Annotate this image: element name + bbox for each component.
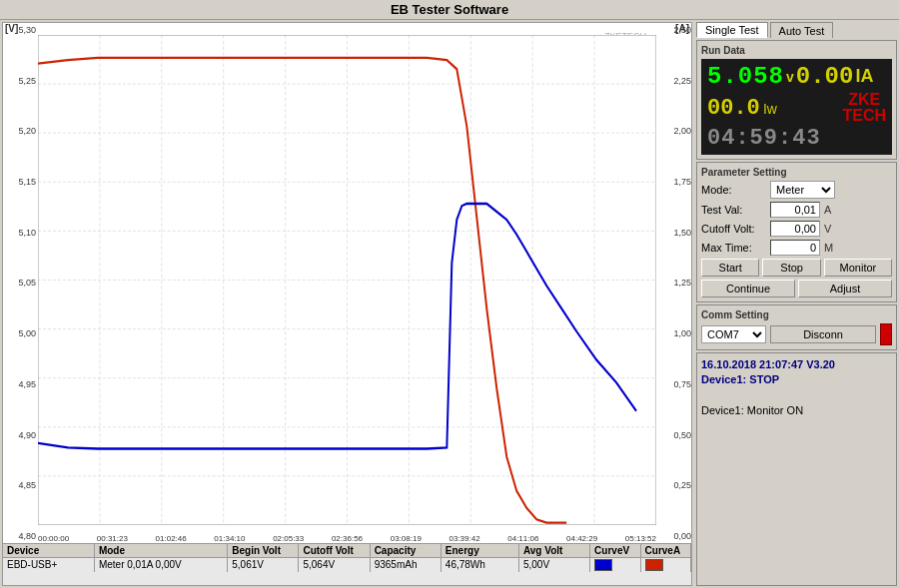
zke-bottom: TECH xyxy=(842,108,886,124)
max-time-input[interactable] xyxy=(770,240,820,256)
cell-avg-volt: 5,00V xyxy=(519,558,590,572)
cutoff-volt-label: Cutoff Volt: xyxy=(701,223,766,235)
btn-row-1: Start Stop Monitor xyxy=(701,259,892,277)
time-display: 04:59:43 xyxy=(707,126,821,151)
mode-row: Mode: Meter Load xyxy=(701,181,892,199)
cell-curvea xyxy=(641,558,691,572)
col-capacity: Capacity xyxy=(371,544,442,557)
run-data-section: Run Data 5.058 v 0.00 IA 00.0 Iw ZKE TEC… xyxy=(696,40,897,160)
table-data-row: EBD-USB+ Meter 0,01A 0,00V 5,061V 5,064V… xyxy=(3,558,691,572)
parameter-setting-label: Parameter Setting xyxy=(701,167,892,178)
curvea-swatch xyxy=(645,559,663,571)
comm-red-indicator xyxy=(880,323,892,345)
testval-input[interactable] xyxy=(770,202,820,218)
tabs-row: Single Test Auto Test xyxy=(696,22,897,38)
chart-inner xyxy=(38,35,656,525)
mode-select[interactable]: Meter Load xyxy=(770,181,835,199)
zke-top: ZKE xyxy=(848,92,880,108)
col-curvea: CurveA xyxy=(641,544,691,557)
cell-energy: 46,78Wh xyxy=(442,558,519,572)
col-mode: Mode xyxy=(95,544,228,557)
voltage-display: 5.058 xyxy=(707,63,784,90)
cell-cutoff-volt: 5,064V xyxy=(299,558,370,572)
col-energy: Energy xyxy=(442,544,519,557)
btn-row-2: Continue Adjust xyxy=(701,280,892,297)
cell-curvev xyxy=(590,558,640,572)
log-line-1: 16.10.2018 21:07:47 V3.20 xyxy=(701,357,892,372)
tab-single-test[interactable]: Single Test xyxy=(696,22,768,38)
comm-row: COM7 Disconn xyxy=(701,323,892,345)
adjust-button[interactable]: Adjust xyxy=(798,280,892,297)
chart-svg xyxy=(38,35,656,525)
y-axis-right: 2,50 2,25 2,00 1,75 1,50 1,25 1,00 0,75 … xyxy=(656,23,691,543)
power-display: 00.0 xyxy=(707,96,760,121)
log-line-4: Device1: Monitor ON xyxy=(701,403,892,418)
log-line-3 xyxy=(701,388,892,403)
log-line-2: Device1: STOP xyxy=(701,372,892,387)
current-unit: IA xyxy=(855,66,873,87)
cutoff-volt-unit: V xyxy=(824,223,831,235)
run-data-display: 5.058 v 0.00 IA 00.0 Iw ZKE TECH 04:59:4… xyxy=(701,59,892,155)
testval-row: Test Val: A xyxy=(701,202,892,218)
col-cutoff-volt: Cutoff Volt xyxy=(299,544,370,557)
com-port-select[interactable]: COM7 xyxy=(701,325,766,343)
curvev-swatch xyxy=(594,559,612,571)
disconn-button[interactable]: Disconn xyxy=(770,325,876,343)
start-button[interactable]: Start xyxy=(701,259,759,277)
mode-label: Mode: xyxy=(701,184,766,196)
stop-button[interactable]: Stop xyxy=(762,259,820,277)
cell-mode: Meter 0,01A 0,00V xyxy=(95,558,228,572)
max-time-label: Max Time: xyxy=(701,242,766,254)
comm-setting-section: Comm Setting COM7 Disconn xyxy=(696,304,897,350)
right-panel: Single Test Auto Test Run Data 5.058 v 0… xyxy=(694,20,899,588)
col-curvev: CurveV xyxy=(590,544,640,557)
testval-label: Test Val: xyxy=(701,204,766,216)
title-bar: EB Tester Software xyxy=(0,0,899,20)
current-display: 0.00 xyxy=(796,63,854,90)
chart-area: [V] [A] ZKETECH 5,30 5,25 5,20 5,15 5,10… xyxy=(2,22,692,586)
log-area: 16.10.2018 21:07:47 V3.20 Device1: STOP … xyxy=(696,352,897,586)
cell-device: EBD-USB+ xyxy=(3,558,95,572)
cell-capacity: 9365mAh xyxy=(371,558,442,572)
col-device: Device xyxy=(3,544,95,557)
comm-setting-label: Comm Setting xyxy=(701,309,892,320)
col-begin-volt: Begin Volt xyxy=(228,544,299,557)
monitor-button[interactable]: Monitor xyxy=(824,259,892,277)
table-header-row: Device Mode Begin Volt Cutoff Volt Capac… xyxy=(3,544,691,558)
chart-footer: Device Mode Begin Volt Cutoff Volt Capac… xyxy=(3,543,691,585)
col-avg-volt: Avg Volt xyxy=(519,544,590,557)
tab-auto-test[interactable]: Auto Test xyxy=(770,22,834,38)
continue-button[interactable]: Continue xyxy=(701,280,795,297)
cell-begin-volt: 5,061V xyxy=(228,558,299,572)
chart-container: [V] [A] ZKETECH 5,30 5,25 5,20 5,15 5,10… xyxy=(3,23,691,543)
max-time-row: Max Time: M xyxy=(701,240,892,256)
zke-logo: ZKE TECH xyxy=(842,92,886,124)
cutoff-volt-input[interactable] xyxy=(770,221,820,237)
cutoff-volt-row: Cutoff Volt: V xyxy=(701,221,892,237)
run-data-label: Run Data xyxy=(701,45,892,56)
app-title: EB Tester Software xyxy=(391,2,508,17)
testval-unit: A xyxy=(824,204,831,216)
x-axis-labels: 00:00:00 00:31:23 01:02:46 01:34:10 02:0… xyxy=(38,534,656,543)
voltage-unit: v xyxy=(786,69,794,85)
power-unit: Iw xyxy=(763,101,777,117)
max-time-unit: M xyxy=(824,242,833,254)
y-axis-left: 5,30 5,25 5,20 5,15 5,10 5,05 5,00 4,95 … xyxy=(3,23,38,543)
parameter-setting-section: Parameter Setting Mode: Meter Load Test … xyxy=(696,162,897,302)
